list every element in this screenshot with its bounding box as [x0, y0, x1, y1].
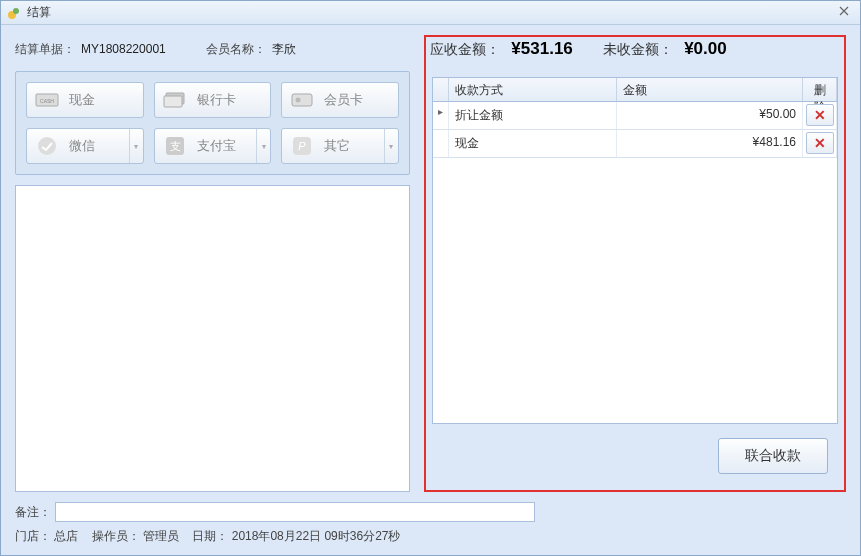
close-icon[interactable] [834, 5, 854, 20]
remark-row: 备注： [15, 502, 846, 522]
app-icon [7, 6, 21, 20]
remark-input[interactable] [55, 502, 535, 522]
grid-delete-header: 删除 [803, 78, 837, 101]
row-delete-cell: ✕ [803, 130, 837, 157]
combine-payment-button[interactable]: 联合收款 [718, 438, 828, 474]
row-indicator-icon [433, 130, 449, 157]
settlement-window: 结算 结算单据： MY1808220001 会员名称： 李欣 应收金额： ¥53… [0, 0, 861, 556]
store-label: 门店： [15, 529, 51, 543]
grid-indicator-header [433, 78, 449, 101]
operator-value: 管理员 [143, 529, 179, 543]
delete-row-button[interactable]: ✕ [806, 132, 834, 154]
operator-label: 操作员： [92, 529, 140, 543]
pay-member-button[interactable]: 会员卡 [281, 82, 399, 118]
pay-cash-label: 现金 [69, 91, 143, 109]
alipay-icon: 支 [161, 135, 189, 157]
combine-row: 联合收款 [432, 424, 838, 484]
grid-header: 收款方式 金额 删除 [433, 78, 837, 102]
delete-row-button[interactable]: ✕ [806, 104, 834, 126]
payment-method-panel: CASH 现金 银行卡 会员卡 微信 ▾ [15, 71, 410, 175]
svg-rect-5 [164, 96, 182, 107]
row-amount: ¥481.16 [617, 130, 803, 157]
pay-other-label: 其它 [324, 137, 384, 155]
row-method: 现金 [449, 130, 617, 157]
member-name-value: 李欣 [272, 41, 296, 58]
member-name-label: 会员名称： [206, 41, 266, 58]
wechat-icon [33, 135, 61, 157]
member-card-icon [288, 89, 316, 111]
svg-rect-6 [292, 94, 312, 106]
store-value: 总店 [54, 529, 78, 543]
status-bar: 门店： 总店 操作员： 管理员 日期： 2018年08月22日 09时36分27… [15, 528, 846, 545]
row-delete-cell: ✕ [803, 102, 837, 129]
notes-textarea[interactable] [15, 185, 410, 492]
other-pay-icon: P [288, 135, 316, 157]
table-row[interactable]: 现金 ¥481.16 ✕ [433, 130, 837, 158]
main-row: CASH 现金 银行卡 会员卡 微信 ▾ [15, 71, 846, 492]
pay-bank-button[interactable]: 银行卡 [154, 82, 272, 118]
order-info: 结算单据： MY1808220001 会员名称： 李欣 [15, 41, 410, 58]
svg-text:CASH: CASH [40, 98, 54, 104]
pay-wechat-button[interactable]: 微信 ▾ [26, 128, 144, 164]
window-title: 结算 [27, 4, 834, 21]
pay-alipay-label: 支付宝 [197, 137, 257, 155]
pay-alipay-button[interactable]: 支 支付宝 ▾ [154, 128, 272, 164]
svg-point-8 [38, 137, 56, 155]
grid-body: ▸ 折让金额 ¥50.00 ✕ 现金 ¥481.16 [433, 102, 837, 423]
svg-text:支: 支 [169, 140, 180, 152]
pay-wechat-label: 微信 [69, 137, 129, 155]
left-panel: CASH 现金 银行卡 会员卡 微信 ▾ [15, 71, 410, 492]
pay-cash-button[interactable]: CASH 现金 [26, 82, 144, 118]
bank-card-icon [161, 89, 189, 111]
svg-text:P: P [299, 140, 307, 152]
row-amount: ¥50.00 [617, 102, 803, 129]
content-area: 结算单据： MY1808220001 会员名称： 李欣 应收金额： ¥531.1… [1, 25, 860, 555]
pay-member-label: 会员卡 [324, 91, 398, 109]
grid-amount-header: 金额 [617, 78, 803, 101]
titlebar: 结算 [1, 1, 860, 25]
cash-icon: CASH [33, 89, 61, 111]
pay-other-button[interactable]: P 其它 ▾ [281, 128, 399, 164]
table-row[interactable]: ▸ 折让金额 ¥50.00 ✕ [433, 102, 837, 130]
payment-grid: 收款方式 金额 删除 ▸ 折让金额 ¥50.00 ✕ [432, 77, 838, 424]
pay-bank-label: 银行卡 [197, 91, 271, 109]
order-no-label: 结算单据： [15, 41, 75, 58]
bottom-area: 备注： 门店： 总店 操作员： 管理员 日期： 2018年08月22日 09时3… [15, 502, 846, 545]
remark-label: 备注： [15, 504, 51, 521]
chevron-down-icon[interactable]: ▾ [129, 129, 143, 163]
date-label: 日期： [192, 529, 228, 543]
grid-method-header: 收款方式 [449, 78, 617, 101]
svg-point-7 [296, 98, 301, 103]
right-panel: 收款方式 金额 删除 ▸ 折让金额 ¥50.00 ✕ [424, 35, 846, 492]
row-method: 折让金额 [449, 102, 617, 129]
date-value: 2018年08月22日 09时36分27秒 [232, 529, 401, 543]
svg-point-1 [13, 8, 19, 14]
chevron-down-icon[interactable]: ▾ [256, 129, 270, 163]
chevron-down-icon[interactable]: ▾ [384, 129, 398, 163]
row-indicator-icon: ▸ [433, 102, 449, 129]
order-no-value: MY1808220001 [81, 42, 166, 56]
